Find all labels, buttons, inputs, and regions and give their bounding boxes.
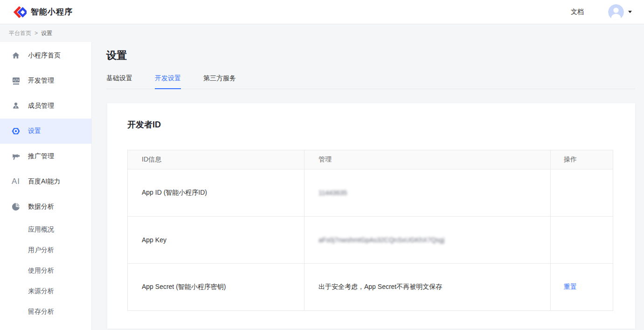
sidebar-item-members[interactable]: 成员管理 xyxy=(0,93,91,119)
sidebar-item-home[interactable]: 小程序首页 xyxy=(0,43,91,68)
pie-chart-icon xyxy=(11,202,21,211)
app-key-label: App Key xyxy=(128,217,305,264)
settings-nut-icon xyxy=(11,126,21,136)
main-content: 设置 基础设置 开发设置 第三方服务 开发者ID ID信息 管理 操作 App … xyxy=(92,42,644,330)
table-row-app-secret: App Secret (智能小程序密钥) 出于安全考虑，App Secret不再… xyxy=(128,264,613,311)
app-key-action xyxy=(551,217,613,264)
sidebar-item-ai[interactable]: AI 百度AI能力 xyxy=(0,169,91,194)
reset-app-secret-link[interactable]: 重置 xyxy=(564,283,577,290)
breadcrumb-separator: > xyxy=(35,30,38,36)
topbar-right: 文档 xyxy=(571,4,632,20)
megaphone-icon xyxy=(11,152,21,161)
developer-id-card: 开发者ID ID信息 管理 操作 App ID (智能小程序ID) 114436… xyxy=(107,103,635,329)
app-id-action xyxy=(551,169,613,217)
app-key-value: aFs0j7nwshmtGpAs32CQnSxUGKhX7Qsgj xyxy=(319,236,444,244)
sidebar-subitem-retention-analysis[interactable]: 留存分析 xyxy=(0,302,91,322)
sidebar-item-analytics[interactable]: 数据分析 xyxy=(0,194,91,219)
tab-basic-settings[interactable]: 基础设置 xyxy=(106,74,132,89)
settings-tabs: 基础设置 开发设置 第三方服务 xyxy=(106,74,635,89)
table-row-app-key: App Key aFs0j7nwshmtGpAs32CQnSxUGKhX7Qsg… xyxy=(128,217,613,264)
chevron-down-icon[interactable] xyxy=(628,11,632,13)
column-header-id-info: ID信息 xyxy=(128,150,305,169)
home-icon xyxy=(11,51,21,60)
column-header-manage: 管理 xyxy=(305,150,551,169)
sidebar-subitem-source-analysis[interactable]: 来源分析 xyxy=(0,281,91,302)
brand-logo-icon xyxy=(13,5,27,19)
sidebar-subitem-app-overview[interactable]: 应用概况 xyxy=(0,219,91,240)
brand-title: 智能小程序 xyxy=(31,7,73,17)
svg-text:</>: </> xyxy=(13,78,19,82)
ai-icon: AI xyxy=(11,177,21,186)
sidebar-item-dev-manage[interactable]: </> 开发管理 xyxy=(0,68,91,93)
member-icon xyxy=(11,101,21,111)
sidebar-item-settings[interactable]: 设置 xyxy=(0,119,91,144)
table-row-app-id: App ID (智能小程序ID) 11443635 xyxy=(128,169,613,217)
avatar[interactable] xyxy=(608,4,624,20)
sidebar-item-promotion[interactable]: 推广管理 xyxy=(0,144,91,169)
docs-link[interactable]: 文档 xyxy=(571,8,584,16)
table-header-row: ID信息 管理 操作 xyxy=(128,150,613,169)
sidebar: 小程序首页 </> 开发管理 成员管理 xyxy=(0,42,92,330)
page-title: 设置 xyxy=(106,49,644,63)
sidebar-subitem-usage-analysis[interactable]: 使用分析 xyxy=(0,260,91,281)
column-header-action: 操作 xyxy=(551,150,613,169)
breadcrumb-current: 设置 xyxy=(41,29,52,37)
app-id-value: 11443635 xyxy=(319,189,347,197)
top-header: 智能小程序 文档 xyxy=(0,0,644,24)
app-id-label: App ID (智能小程序ID) xyxy=(128,169,305,217)
sidebar-subitem-user-analysis[interactable]: 用户分析 xyxy=(0,240,91,260)
card-heading: 开发者ID xyxy=(127,119,613,130)
code-icon: </> xyxy=(11,76,21,85)
tab-dev-settings[interactable]: 开发设置 xyxy=(155,74,181,89)
app-secret-note: 出于安全考虑，App Secret不再被明文保存 xyxy=(305,264,551,311)
screen: 智能小程序 文档 平台首页 > 设置 xyxy=(0,0,644,330)
brand[interactable]: 智能小程序 xyxy=(13,5,73,19)
app-secret-label: App Secret (智能小程序密钥) xyxy=(128,264,305,311)
breadcrumb: 平台首页 > 设置 xyxy=(0,24,644,42)
tab-third-party[interactable]: 第三方服务 xyxy=(203,74,236,89)
developer-id-table: ID信息 管理 操作 App ID (智能小程序ID) 11443635 App… xyxy=(127,150,613,311)
breadcrumb-home[interactable]: 平台首页 xyxy=(9,29,31,37)
